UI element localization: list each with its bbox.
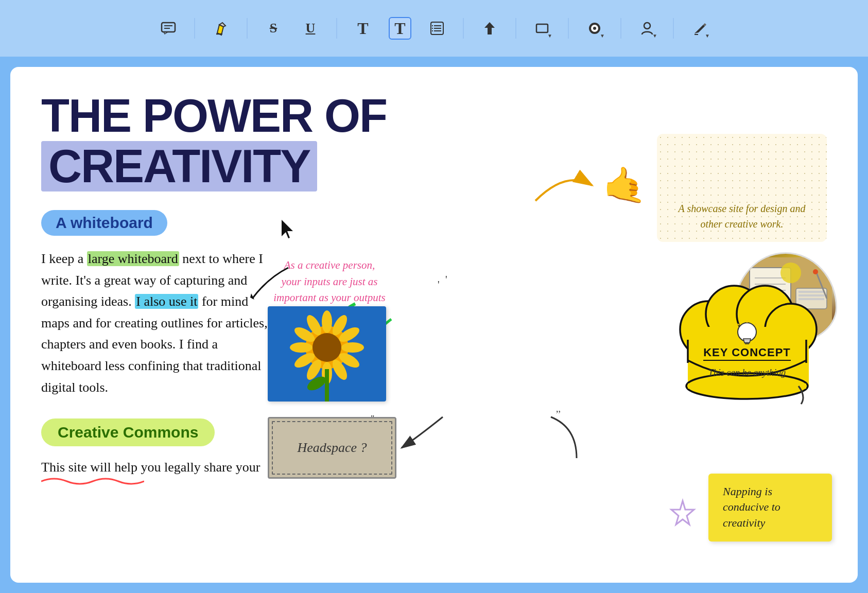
cc-body-span: This site will help you legally share yo… [41,460,260,475]
cloud-svg: KEY CONCEPT This can be anything [667,273,827,407]
sep6 [568,18,569,39]
dotted-card: A showcase site for design and other cre… [657,134,827,242]
pen-tool[interactable]: ▼ [583,17,606,40]
comment-tool[interactable] [157,17,180,40]
svg-point-17 [593,27,596,30]
body-text-end: for mind maps and for creating outlines … [41,294,268,394]
svg-text:,,: ,, [556,404,561,414]
svg-point-44 [313,333,341,362]
svg-rect-66 [688,383,806,389]
text-list-tool[interactable] [426,17,448,40]
strikethrough-tool[interactable]: S [262,17,285,40]
red-underline [41,476,144,486]
body-text: I keep a large whiteboard next to where … [41,248,278,398]
sep3 [336,18,337,39]
svg-marker-76 [671,501,694,525]
pen2-tool[interactable]: ▼ [688,17,711,40]
peace-emoji: 🤙 [603,165,647,206]
sep7 [620,18,621,39]
svg-marker-27 [282,220,293,238]
svg-marker-13 [484,22,495,34]
svg-point-48 [341,342,364,353]
highlight-also-use: I also use it [135,294,198,309]
svg-text:KEY CONCEPT: KEY CONCEPT [703,346,791,359]
cursor [281,219,296,241]
toolbar: S U T T ▼ [0,0,868,57]
napping-text: Napping is conducive to creativity [723,484,818,531]
headspace-box: Headspace ? [268,417,396,479]
svg-text:': ' [438,279,440,290]
text-box-tool[interactable]: T [389,17,411,40]
sep8 [673,18,674,39]
text-tool[interactable]: T [352,17,374,40]
svg-rect-14 [536,24,548,32]
sunflower-image [268,306,386,402]
svg-rect-0 [162,23,175,32]
svg-point-45 [322,310,332,333]
svg-text:': ' [445,274,447,285]
svg-point-54 [290,342,313,353]
highlight-whiteboard: large whiteboard [87,251,179,266]
shape-tool[interactable]: ▼ [531,17,553,40]
svg-point-18 [644,23,650,29]
highlight-tool[interactable] [210,17,232,40]
arrow-tool[interactable] [478,17,501,40]
body-text-start: I keep a [41,251,87,266]
cloud-wrapper: KEY CONCEPT This can be anything [667,273,827,407]
svg-text:This can be anything: This can be anything [708,368,786,378]
sep5 [515,18,516,39]
dotted-card-text: A showcase site for design and other cre… [667,201,817,232]
napping-note: Napping is conducive to creativity [708,474,832,542]
whiteboard-label: A whiteboard [41,210,167,236]
star-decoration [667,498,698,531]
title-line2: CREATIVITY [41,141,317,191]
cc-label: Creative Commons [41,418,215,446]
sep4 [463,18,464,39]
cc-body-text: This site will help you legally share yo… [41,457,278,486]
headspace-text: Headspace ? [297,440,367,456]
title-line1: THE POWER OF [41,93,827,139]
user-tool[interactable]: ▼ [636,17,658,40]
sep2 [247,18,248,39]
canvas-area: ' ' " ,, THE POWER OF CREATIVITY A white… [10,67,858,583]
underline-tool[interactable]: U [299,17,322,40]
sep1 [194,18,195,39]
